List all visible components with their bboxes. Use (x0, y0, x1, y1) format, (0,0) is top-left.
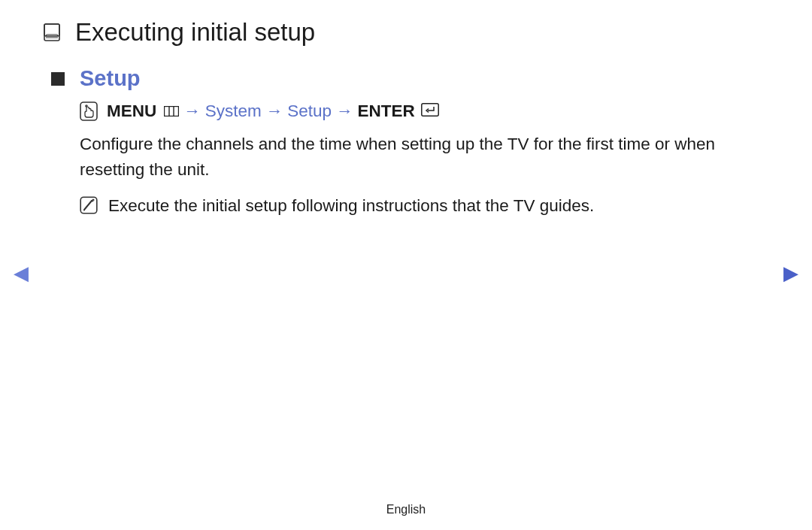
footer-language: English (0, 503, 812, 516)
enter-key-icon (421, 101, 439, 121)
arrow-2: → (266, 101, 283, 121)
arrow-3: → (336, 101, 353, 121)
book-icon (44, 23, 60, 41)
section-row: Setup (51, 66, 768, 91)
menu-grid-icon (164, 101, 179, 121)
arrow-1: → (183, 101, 201, 121)
body-paragraph: Configure the channels and the time when… (80, 132, 768, 183)
content-area: Executing initial setup Setup MENU (0, 0, 812, 218)
square-bullet-icon (51, 72, 65, 86)
path-system: System (205, 101, 262, 121)
note-row: Execute the initial setup following inst… (80, 193, 768, 219)
manual-page: ◀ ▶ Executing initial setup Setup (0, 0, 812, 530)
enter-label: ENTER (358, 101, 415, 121)
next-page-button[interactable]: ▶ (783, 263, 798, 283)
section-heading: Setup (80, 66, 141, 91)
note-text: Execute the initial setup following inst… (108, 193, 594, 219)
svg-rect-0 (44, 24, 59, 41)
note-icon (80, 196, 98, 214)
prev-page-button[interactable]: ◀ (14, 263, 29, 283)
svg-rect-4 (165, 107, 179, 117)
page-title: Executing initial setup (75, 18, 315, 47)
title-row: Executing initial setup (44, 18, 768, 47)
hand-icon (80, 101, 98, 121)
svg-rect-7 (422, 104, 438, 116)
menu-path: MENU → System → Setup → ENTER (80, 101, 768, 121)
path-setup: Setup (287, 101, 332, 121)
menu-label: MENU (107, 101, 156, 121)
